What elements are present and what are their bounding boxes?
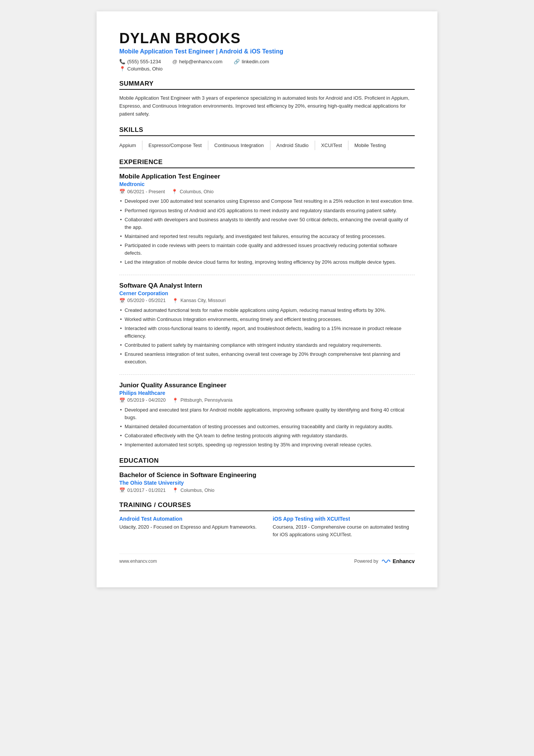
summary-section-title: SUMMARY [119, 80, 415, 90]
course-description: Coursera, 2019 - Comprehensive course on… [273, 523, 415, 538]
skill-item: Appium [119, 141, 142, 150]
location-icon: 📍 [119, 66, 125, 72]
training-block: iOS App Testing with XCUITest Coursera, … [273, 516, 415, 538]
education-section: EDUCATION Bachelor of Science in Softwar… [119, 457, 415, 493]
company-name: Cerner Corporation [119, 290, 415, 296]
candidate-name: DYLAN BROOKS [119, 30, 415, 47]
edu-location: 📍 Columbus, Ohio [172, 487, 214, 493]
job-location: 📍 Columbus, Ohio [172, 189, 214, 194]
powered-by-text: Powered by [354, 559, 378, 564]
experience-block: Mobile Application Test Engineer Medtron… [119, 173, 415, 275]
bullet-list: Created automated functional tests for n… [119, 307, 415, 366]
calendar-icon: 📅 [119, 398, 125, 403]
training-section: TRAINING / COURSES Android Test Automati… [119, 501, 415, 538]
edu-dates: 📅 01/2017 - 01/2021 [119, 487, 166, 493]
summary-section: SUMMARY Mobile Application Test Engineer… [119, 80, 415, 118]
skill-item: Android Studio [276, 141, 315, 150]
bullet-list: Developed over 100 automated test scenar… [119, 197, 415, 266]
bullet-item: Led the integration of mobile device clo… [119, 258, 415, 266]
email-address: help@enhancv.com [179, 59, 222, 64]
education-section-title: EDUCATION [119, 457, 415, 467]
skills-row: AppiumEspresso/Compose TestContinuous In… [119, 141, 415, 150]
location-pin-icon: 📍 [172, 298, 178, 304]
bullet-item: Performed rigorous testing of Android an… [119, 207, 415, 214]
bullet-item: Collaborated effectively with the QA tea… [119, 432, 415, 440]
bullet-item: Maintained and reported test results reg… [119, 233, 415, 240]
footer-powered: Powered by Enhancv [354, 558, 415, 565]
bullet-item: Ensured seamless integration of test sui… [119, 351, 415, 366]
job-meta: 📅 06/2021 - Present 📍 Columbus, Ohio [119, 189, 415, 194]
header: DYLAN BROOKS Mobile Application Test Eng… [119, 30, 415, 72]
edu-meta: 📅 01/2017 - 01/2021 📍 Columbus, Ohio [119, 487, 415, 493]
bullet-item: Created automated functional tests for n… [119, 307, 415, 314]
skill-item: XCUITest [321, 141, 348, 150]
education-container: Bachelor of Science in Software Engineer… [119, 471, 415, 493]
link-icon: 🔗 [234, 59, 240, 64]
contact-row: 📞 (555) 555-1234 @ help@enhancv.com 🔗 li… [119, 59, 415, 64]
bullet-item: Collaborated with developers and busines… [119, 216, 415, 231]
job-location: 📍 Kansas City, Missouri [172, 298, 225, 304]
location-text: Columbus, Ohio [127, 66, 162, 72]
resume-container: DYLAN BROOKS Mobile Application Test Eng… [97, 11, 437, 587]
job-dates: 📅 05/2019 - 04/2020 [119, 398, 166, 403]
job-location: 📍 Pittsburgh, Pennsylvania [172, 398, 233, 403]
location-pin-icon: 📍 [172, 398, 178, 403]
enhancv-brand-name: Enhancv [393, 558, 415, 564]
training-section-title: TRAINING / COURSES [119, 501, 415, 511]
svg-point-0 [389, 561, 390, 562]
skills-section: SKILLS AppiumEspresso/Compose TestContin… [119, 126, 415, 150]
bullet-list: Developed and executed test plans for An… [119, 406, 415, 449]
bullet-item: Developed over 100 automated test scenar… [119, 197, 415, 205]
experience-section: EXPERIENCE Mobile Application Test Engin… [119, 158, 415, 449]
calendar-icon: 📅 [119, 189, 125, 194]
bullet-item: Participated in code reviews with peers … [119, 242, 415, 257]
job-title: Mobile Application Test Engineer [119, 173, 415, 180]
skill-item: Espresso/Compose Test [148, 141, 208, 150]
bullet-item: Worked within Continuous Integration env… [119, 316, 415, 323]
experience-block: Software QA Analyst Intern Cerner Corpor… [119, 282, 415, 375]
company-name: Medtronic [119, 181, 415, 187]
job-title: Software QA Analyst Intern [119, 282, 415, 290]
linkedin-url: linkedin.com [242, 59, 269, 64]
experience-container: Mobile Application Test Engineer Medtron… [119, 173, 415, 449]
linkedin-contact[interactable]: 🔗 linkedin.com [234, 59, 269, 64]
edu-school: The Ohio State University [119, 480, 415, 486]
summary-text: Mobile Application Test Engineer with 3 … [119, 94, 415, 118]
job-title: Junior Quality Assurance Engineer [119, 382, 415, 389]
job-meta: 📅 05/2019 - 04/2020 📍 Pittsburgh, Pennsy… [119, 398, 415, 403]
training-grid: Android Test Automation Udacity, 2020 - … [119, 516, 415, 538]
job-meta: 📅 05/2020 - 05/2021 📍 Kansas City, Misso… [119, 298, 415, 304]
experience-block: Junior Quality Assurance Engineer Philip… [119, 382, 415, 449]
bullet-item: Implemented automated test scripts, spee… [119, 441, 415, 449]
location-pin-icon: 📍 [172, 487, 178, 493]
location-row: 📍 Columbus, Ohio [119, 66, 415, 72]
calendar-icon: 📅 [119, 487, 125, 493]
job-dates: 📅 06/2021 - Present [119, 189, 165, 194]
course-title: Android Test Automation [119, 516, 261, 522]
calendar-icon: 📅 [119, 298, 125, 304]
phone-contact: 📞 (555) 555-1234 [119, 59, 161, 64]
skills-section-title: SKILLS [119, 126, 415, 136]
company-name: Philips Healthcare [119, 390, 415, 396]
bullet-item: Developed and executed test plans for An… [119, 406, 415, 421]
email-contact: @ help@enhancv.com [172, 59, 222, 64]
edu-degree: Bachelor of Science in Software Engineer… [119, 471, 415, 479]
skill-item: Mobile Testing [354, 141, 392, 150]
experience-section-title: EXPERIENCE [119, 158, 415, 168]
enhancv-icon [381, 558, 391, 565]
course-description: Udacity, 2020 - Focused on Espresso and … [119, 523, 261, 531]
email-icon: @ [172, 59, 177, 64]
education-block: Bachelor of Science in Software Engineer… [119, 471, 415, 493]
bullet-item: Contributed to patient safety by maintai… [119, 341, 415, 349]
job-dates: 📅 05/2020 - 05/2021 [119, 298, 166, 304]
footer-url: www.enhancv.com [119, 559, 157, 564]
phone-icon: 📞 [119, 59, 125, 64]
bullet-item: Interacted with cross-functional teams t… [119, 325, 415, 340]
phone-number: (555) 555-1234 [127, 59, 161, 64]
bullet-item: Maintained detailed documentation of tes… [119, 423, 415, 430]
footer: www.enhancv.com Powered by Enhancv [119, 554, 415, 565]
skill-item: Continuous Integration [214, 141, 270, 150]
training-block: Android Test Automation Udacity, 2020 - … [119, 516, 261, 538]
candidate-title: Mobile Application Test Engineer | Andro… [119, 48, 415, 55]
enhancv-logo: Enhancv [381, 558, 415, 565]
